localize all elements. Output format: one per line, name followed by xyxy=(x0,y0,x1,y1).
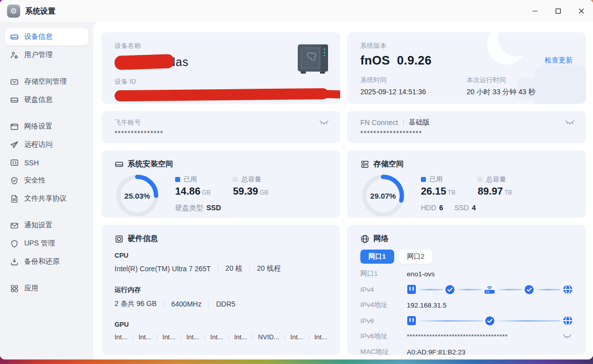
gpu-label: GPU xyxy=(115,321,327,328)
memory-type: DDR5 xyxy=(216,300,235,308)
fn-connect-masked-value: ******************* xyxy=(360,129,573,137)
port-label: 网口1 xyxy=(360,269,407,278)
sidebar-item-label: 文件共享协议 xyxy=(24,194,67,203)
envelope-icon xyxy=(10,221,19,230)
os-version: 0.9.26 xyxy=(397,53,432,68)
used-legend: 已用 26.15TB xyxy=(421,175,455,197)
system-time-value: 2025-09-12 14:51:36 xyxy=(360,88,467,96)
used-legend: 已用 14.86GB xyxy=(175,175,210,197)
total-label: 总容量 xyxy=(486,175,506,184)
sidebar-item-apps[interactable]: 应用 xyxy=(5,280,88,297)
sidebar-group-gap xyxy=(5,208,88,217)
internet-globe-icon xyxy=(563,284,573,294)
sidebar-item-label: 备份和还原 xyxy=(24,257,60,266)
internet-globe-icon xyxy=(563,316,573,326)
used-unit: TB xyxy=(448,189,455,196)
used-value: 26.15 xyxy=(421,186,446,197)
total-swatch xyxy=(477,177,482,182)
sidebar-item-disk-info[interactable]: 硬盘信息 xyxy=(5,91,88,108)
sidebar-item-device-info[interactable]: 设备信息 xyxy=(5,28,88,45)
uptime-value: 20 小时 33 分钟 43 秒 xyxy=(467,88,573,97)
maximize-button[interactable] xyxy=(547,0,570,22)
uptime-block: 本次运行时间 20 小时 33 分钟 43 秒 xyxy=(467,76,573,97)
toggle-fn-connect-visibility[interactable] xyxy=(565,119,575,128)
os-name: fnOS xyxy=(360,53,390,68)
sidebar-item-ssh[interactable]: SSH xyxy=(5,154,88,171)
maximize-icon xyxy=(555,8,561,14)
close-icon xyxy=(578,8,584,14)
ipv4-addr-value: 192.168.31.5 xyxy=(407,301,447,309)
memory-label: 运行内存 xyxy=(115,285,327,294)
nas-icon xyxy=(407,316,416,326)
storage-space-percent: 29.07% xyxy=(361,174,405,217)
sidebar-item-storage-management[interactable]: 存储空间管理 xyxy=(5,73,88,90)
terminal-icon xyxy=(10,158,19,167)
check-update-link[interactable]: 检查更新 xyxy=(545,56,573,65)
system-time-block: 系统时间 2025-09-12 14:51:36 xyxy=(360,76,467,97)
minimize-button[interactable] xyxy=(523,0,547,22)
sidebar-item-file-sharing[interactable]: 文件共享协议 xyxy=(5,190,88,207)
network-title: 网络 xyxy=(373,234,389,244)
sidebar-item-backup-restore[interactable]: 备份和还原 xyxy=(5,253,88,270)
system-version-card: 系统版本 fnOS 0.9.26 检查更新 系统时间 2025-09-12 14… xyxy=(347,32,586,104)
shield-check-icon xyxy=(10,176,19,185)
disk-type-label: 硬盘类型 xyxy=(175,204,203,213)
sidebar-item-network-settings[interactable]: 网络设置 xyxy=(5,118,88,135)
system-space-title: 系统安装空间 xyxy=(128,159,173,169)
ssd-count: 4 xyxy=(472,204,476,212)
sidebar-item-label: SSH xyxy=(24,159,39,167)
gpu-item: Int... xyxy=(163,333,175,341)
sidebar-item-remote-access[interactable]: 远程访问 xyxy=(5,136,88,153)
settings-window: ⚙ 系统设置 设备信息 用户管理 xyxy=(0,0,593,359)
toggle-ipv6-visibility[interactable] xyxy=(563,333,572,340)
gpu-item: Int... xyxy=(210,333,223,341)
sidebar-group-gap xyxy=(5,271,88,280)
sidebar-item-label: 应用 xyxy=(24,284,38,293)
sidebar-item-label: 安全性 xyxy=(24,176,45,185)
eye-closed-icon xyxy=(565,119,575,126)
sidebar-item-label: 网络设置 xyxy=(24,122,52,131)
used-value: 14.86 xyxy=(175,186,200,197)
user-gear-icon xyxy=(10,51,19,59)
eye-closed-icon xyxy=(319,119,329,126)
tab-port2[interactable]: 网口2 xyxy=(399,250,433,264)
tab-port1[interactable]: 网口1 xyxy=(360,250,394,264)
server-stack-icon xyxy=(360,160,369,169)
total-label: 总容量 xyxy=(241,175,261,184)
gpu-item: NVID... xyxy=(258,333,279,341)
hdd-label: HDD xyxy=(421,204,436,212)
sidebar-item-label: 通知设置 xyxy=(24,221,52,230)
total-legend: 总容量 59.39GB xyxy=(233,175,268,197)
sidebar-item-user-management[interactable]: 用户管理 xyxy=(5,46,88,64)
redacted-device-name xyxy=(115,54,175,70)
sidebar-group-gap xyxy=(5,109,88,118)
close-button[interactable] xyxy=(570,0,593,22)
gpu-item: Int... xyxy=(290,333,303,341)
used-swatch xyxy=(175,177,180,182)
sidebar-item-ups[interactable]: UPS 管理 xyxy=(5,235,88,252)
cpu-section: CPU Intel(R) Core(TM) Ultra 7 265T 20 核 … xyxy=(115,252,327,273)
system-space-percent: 25.03% xyxy=(116,174,159,217)
apps-grid-icon xyxy=(10,284,19,293)
minimize-icon xyxy=(532,8,538,14)
hardware-title: 硬件信息 xyxy=(128,234,158,244)
browser-window-icon xyxy=(10,123,19,131)
sidebar-item-security[interactable]: 安全性 xyxy=(5,172,88,189)
ipv4-connectivity-diagram xyxy=(407,284,573,294)
device-name-label: 设备名称 xyxy=(115,41,327,50)
sidebar-item-notifications[interactable]: 通知设置 xyxy=(5,217,88,234)
paper-plane-icon xyxy=(10,141,19,149)
uptime-label: 本次运行时间 xyxy=(467,76,573,85)
mac-value: A0:AD:9F:81:B2:23 xyxy=(407,348,465,355)
ssd-label: SSD xyxy=(454,204,469,212)
eye-closed-icon xyxy=(563,333,572,340)
gpu-item: Int... xyxy=(186,333,199,341)
memory-speed: 6400MHz xyxy=(171,300,201,308)
toggle-account-visibility[interactable] xyxy=(319,119,329,128)
shield-icon xyxy=(10,239,19,248)
hard-drive-icon xyxy=(115,160,124,169)
port-value: eno1-ovs xyxy=(407,270,435,278)
cpu-label: CPU xyxy=(115,252,327,259)
storage-space-title: 存储空间 xyxy=(373,159,404,169)
device-card: 设备名称 Nas 设备 ID xyxy=(101,32,340,104)
